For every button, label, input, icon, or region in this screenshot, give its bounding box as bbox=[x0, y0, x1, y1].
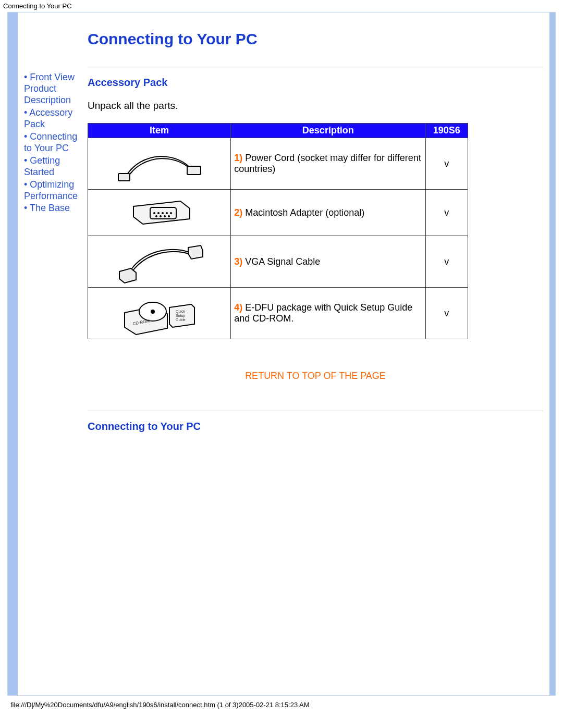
section-heading-accessory: Accessory Pack bbox=[88, 77, 543, 89]
svg-point-8 bbox=[155, 215, 157, 217]
cell-illus-vga-cable bbox=[88, 236, 231, 288]
table-row: 2) Macintosh Adapter (optional) v bbox=[88, 190, 468, 236]
th-description: Description bbox=[231, 124, 425, 138]
power-cord-icon bbox=[115, 140, 204, 187]
row-desc: Macintosh Adapter (optional) bbox=[242, 207, 364, 218]
cell-desc-power-cord: 1) Power Cord (socket may differ for dif… bbox=[231, 138, 425, 190]
svg-point-7 bbox=[170, 212, 172, 214]
sidebar-link-the-base[interactable]: The Base bbox=[30, 203, 70, 213]
svg-point-11 bbox=[168, 215, 170, 217]
sidebar-item-connecting: • Connecting to Your PC bbox=[24, 131, 85, 154]
sidebar-item-front-view: • Front View Product Description bbox=[24, 72, 85, 106]
row-num: 4) bbox=[234, 302, 242, 313]
table-row: 1) Power Cord (socket may differ for dif… bbox=[88, 138, 468, 190]
table-row: CD-ROM Quick Setup Guide 4) E-DFU packag… bbox=[88, 288, 468, 339]
th-item: Item bbox=[88, 124, 231, 138]
return-to-top-link[interactable]: RETURN TO TOP OF THE PAGE bbox=[88, 339, 543, 392]
svg-point-3 bbox=[153, 212, 155, 214]
accessory-intro: Unpack all the parts. bbox=[88, 100, 543, 112]
svg-rect-0 bbox=[118, 174, 130, 181]
svg-point-13 bbox=[151, 310, 154, 313]
section-heading-connecting: Connecting to Your PC bbox=[88, 421, 543, 433]
th-model: 190S6 bbox=[425, 124, 468, 138]
sidebar-item-accessory-pack: • Accessory Pack bbox=[24, 107, 85, 130]
ornament-right-band bbox=[549, 13, 555, 695]
cell-illus-mac-adapter bbox=[88, 190, 231, 236]
sidebar-link-accessory-pack[interactable]: Accessory Pack bbox=[24, 107, 72, 129]
divider bbox=[88, 67, 543, 67]
cell-illus-edfu-pack: CD-ROM Quick Setup Guide bbox=[88, 288, 231, 339]
page-title: Connecting to Your PC bbox=[88, 30, 543, 48]
sidebar-nav: • Front View Product Description • Acces… bbox=[24, 30, 85, 695]
sidebar-link-front-view[interactable]: Front View Product Description bbox=[24, 72, 75, 105]
sidebar-item-optimizing: • Optimizing Performance bbox=[24, 179, 85, 202]
footer-path: file:///D|/My%20Documents/dfu/A9/english… bbox=[0, 696, 563, 712]
svg-point-10 bbox=[164, 215, 166, 217]
page-outer: • Front View Product Description • Acces… bbox=[7, 12, 556, 696]
cell-desc-mac-adapter: 2) Macintosh Adapter (optional) bbox=[231, 190, 425, 236]
sidebar-link-getting-started[interactable]: Getting Started bbox=[24, 155, 60, 177]
content-area: Connecting to Your PC Accessory Pack Unp… bbox=[85, 30, 543, 695]
row-num: 3) bbox=[234, 256, 242, 267]
row-num: 2) bbox=[234, 207, 242, 218]
cell-mark-vga-cable: v bbox=[425, 236, 468, 288]
row-desc: Power Cord (socket may differ for differ… bbox=[234, 153, 421, 174]
sidebar-item-getting-started: • Getting Started bbox=[24, 155, 85, 178]
svg-rect-1 bbox=[187, 166, 201, 175]
doc-tab-title: Connecting to Your PC bbox=[0, 0, 563, 12]
table-header-row: Item Description 190S6 bbox=[88, 124, 468, 138]
svg-point-5 bbox=[162, 212, 164, 214]
svg-point-6 bbox=[166, 212, 168, 214]
ornament-left-band bbox=[8, 13, 18, 695]
row-num: 1) bbox=[234, 153, 242, 163]
cell-desc-vga-cable: 3) VGA Signal Cable bbox=[231, 236, 425, 288]
cell-mark-mac-adapter: v bbox=[425, 190, 468, 236]
cell-illus-power-cord bbox=[88, 138, 231, 190]
svg-text:Guide: Guide bbox=[176, 318, 186, 322]
svg-text:Quick: Quick bbox=[176, 310, 185, 314]
row-desc: VGA Signal Cable bbox=[242, 256, 320, 267]
page-inner: • Front View Product Description • Acces… bbox=[18, 13, 549, 695]
cell-mark-edfu-pack: v bbox=[425, 288, 468, 339]
cell-desc-edfu-pack: 4) E-DFU package with Quick Setup Guide … bbox=[231, 288, 425, 339]
divider bbox=[88, 411, 543, 411]
mac-adapter-icon bbox=[123, 192, 196, 233]
table-row: 3) VGA Signal Cable v bbox=[88, 236, 468, 288]
row-desc: E-DFU package with Quick Setup Guide and… bbox=[234, 302, 412, 324]
sidebar-link-optimizing[interactable]: Optimizing Performance bbox=[24, 179, 78, 201]
cell-mark-power-cord: v bbox=[425, 138, 468, 190]
svg-point-9 bbox=[160, 215, 162, 217]
sidebar-item-the-base: • The Base bbox=[24, 203, 85, 214]
svg-point-4 bbox=[157, 212, 160, 214]
sidebar-link-connecting[interactable]: Connecting to Your PC bbox=[24, 131, 77, 153]
accessory-table: Item Description 190S6 bbox=[88, 123, 468, 339]
vga-cable-icon bbox=[115, 238, 204, 285]
edfu-pack-icon: CD-ROM Quick Setup Guide bbox=[115, 290, 204, 337]
svg-text:Setup: Setup bbox=[176, 314, 185, 318]
